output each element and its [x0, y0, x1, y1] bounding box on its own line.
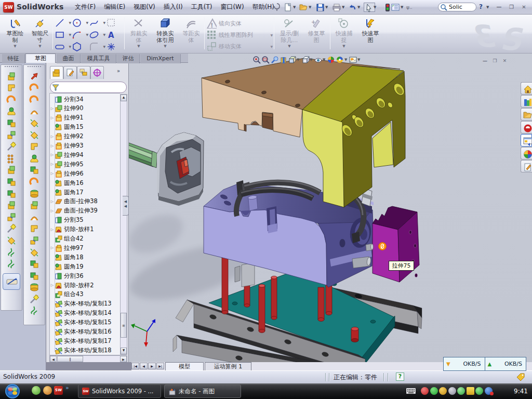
tray-update-icon[interactable]	[457, 387, 465, 395]
menu-4[interactable]: 工具(T)	[187, 0, 217, 14]
taskpane-document-properties-button[interactable]	[521, 160, 532, 172]
task-button-1[interactable]: SWSolidWorks 2009 - ...	[78, 384, 161, 398]
taskpane-home-button[interactable]	[521, 82, 532, 95]
tree-item[interactable]: 圆角15	[50, 123, 84, 132]
tree-item[interactable]: 实体-移动/复制17	[50, 336, 112, 345]
tree-expander[interactable]: ▷	[50, 135, 55, 139]
tree-expander[interactable]: ▷	[50, 144, 55, 148]
tray-security-green-icon[interactable]	[430, 387, 438, 395]
linear-sketch-pattern-button[interactable]: 线性草图阵列▼	[206, 29, 273, 41]
open-dropdown-icon[interactable]: ▼	[309, 3, 312, 12]
toolbar-icon-hole-wizard[interactable]	[6, 141, 17, 152]
tree-item[interactable]: 组合42	[50, 234, 84, 244]
toolbar-icon-curve-2[interactable]	[29, 305, 39, 316]
toolbar-icon-shell[interactable]	[6, 189, 17, 199]
tree-item[interactable]: 实体-移动/复制13	[50, 299, 112, 309]
tree-expander[interactable]: ▷	[50, 171, 55, 176]
tree-item[interactable]: ▷拉伸94	[50, 150, 84, 159]
scroll-up-button[interactable]: ▲	[121, 95, 127, 101]
menu-1[interactable]: 编辑(E)	[100, 0, 129, 14]
start-button[interactable]	[2, 383, 23, 399]
list-dropdown-icon[interactable]: ▼	[401, 3, 404, 12]
toolbar-icon-lofted-boss[interactable]	[6, 106, 17, 116]
toolbar-icon-undercut-analysis[interactable]	[29, 95, 39, 105]
dropdown-caret-icon[interactable]: ▼	[357, 56, 362, 64]
toolbar-icon-boundary-boss[interactable]	[6, 118, 17, 128]
toolbar-icon-move-face[interactable]	[29, 282, 39, 292]
close-button[interactable]: ✕	[520, 3, 528, 11]
scroll-right-button[interactable]: ▶	[120, 356, 127, 362]
tree-item[interactable]: ▷切除-放样1	[50, 225, 94, 234]
headsup-magnifying-glass-icon[interactable]	[270, 56, 279, 64]
quicklaunch-messenger-icon[interactable]	[32, 386, 41, 395]
tree-item[interactable]: 实体-移动/复制18	[50, 345, 112, 355]
tree-expander[interactable]: ▷	[50, 283, 55, 287]
tree-item[interactable]: 圆角17	[50, 188, 84, 197]
scroll-down-button[interactable]: ▼	[121, 348, 127, 354]
sketch-circle-button[interactable]: ▼	[72, 18, 88, 29]
tray-audio-icon[interactable]	[448, 387, 456, 395]
tree-expander[interactable]: ▷	[50, 200, 55, 204]
select-dropdown-icon[interactable]: ▼	[374, 3, 377, 12]
toolbar-icon-extruded-boss[interactable]	[6, 71, 17, 82]
status-help-icon[interactable]: ?	[396, 373, 404, 381]
tray-security-red-icon[interactable]	[421, 387, 429, 395]
doc-close-button[interactable]: ✕	[500, 58, 510, 65]
sketch-pick-button[interactable]	[106, 18, 123, 29]
headsup-section-view-icon[interactable]	[279, 56, 288, 64]
toolbar-icon-extruded-cut[interactable]	[6, 130, 17, 140]
dropdown-caret-icon[interactable]: ▼	[323, 56, 327, 64]
new-dropdown-icon[interactable]: ▼	[293, 3, 297, 12]
stop-pin[interactable]	[351, 327, 358, 342]
quicklaunch-chevron[interactable]: »	[65, 384, 69, 391]
tree-horizontal-scrollbar[interactable]: ◀ ∥ ▶	[49, 355, 127, 363]
toolbar-icon-revolved-boss[interactable]	[6, 83, 17, 93]
headsup-display-style-icon[interactable]	[301, 56, 310, 64]
sketch-ellipse-button[interactable]: ▼	[89, 30, 105, 41]
nav-first-button[interactable]: |◀	[131, 363, 139, 369]
taskpane-file-explorer-button[interactable]	[521, 108, 532, 121]
menu-3[interactable]: 插入(I)	[159, 0, 187, 14]
toolbar-icon-insert-mold-folders[interactable]	[29, 294, 39, 304]
tree-item[interactable]: 实体-移动/复制16	[50, 327, 112, 337]
toolbar-icon-ruled-surface[interactable]	[29, 177, 39, 187]
tray-shield-plus-icon[interactable]	[475, 387, 483, 395]
tab-feature-manager[interactable]	[50, 66, 63, 79]
toolbar-drag-handle[interactable]	[5, 66, 18, 70]
tree-item[interactable]: 实体-移动/复制14	[50, 309, 112, 318]
help-button[interactable]: ?	[479, 3, 485, 11]
dropdown-caret-icon[interactable]: ▼	[344, 56, 349, 64]
sketch-text-button[interactable]: A	[106, 30, 123, 41]
offset-entities-button[interactable]: 等距实体	[179, 16, 203, 52]
sketch-slot-button[interactable]: ▼	[55, 42, 71, 53]
tab-曲面[interactable]: 曲面	[57, 54, 81, 63]
taskpane-design-library-button[interactable]	[521, 95, 532, 108]
toolbar-icon-wrap[interactable]	[6, 200, 17, 210]
headsup-edit-appearance-icon[interactable]	[327, 56, 336, 64]
drag-handle-marker[interactable]	[379, 243, 387, 250]
tree-item[interactable]: ▷拉伸93	[50, 141, 84, 151]
sketch-button[interactable]: 草图绘制▼	[3, 16, 27, 52]
dropdown-caret-icon[interactable]: ▼	[310, 56, 314, 64]
tree-item[interactable]: 圆角19	[50, 262, 84, 271]
toolbar-icon-draft[interactable]	[6, 177, 17, 187]
panel-collapse-tab[interactable]: ◀◀	[123, 196, 129, 216]
save-icon[interactable]	[315, 3, 325, 12]
menu-5[interactable]: 窗口(W)	[216, 0, 248, 14]
toolbar-icon-knit-surface[interactable]	[29, 223, 39, 234]
toolbar-icon-parting-surfaces[interactable]	[29, 130, 39, 140]
panel-chevron-button[interactable]: »	[117, 68, 120, 74]
save-dropdown-icon[interactable]: ▼	[325, 3, 329, 12]
tree-expander[interactable]: ▷	[50, 209, 55, 213]
status-tag-icon[interactable]	[516, 373, 526, 381]
toolbar-icon-rib[interactable]	[6, 165, 17, 175]
tree-item[interactable]: ▷拉伸92	[50, 132, 84, 141]
toolbar-icon-reference-geometry[interactable]	[6, 247, 17, 258]
tree-item[interactable]: ▷拉伸96	[50, 169, 84, 178]
toolbar-icon-fillet-feature[interactable]	[6, 223, 17, 234]
taskpane-solidworks-resources-button[interactable]	[521, 121, 532, 134]
sketch-sketch-fillet-button[interactable]: ▼	[89, 42, 105, 53]
toolbar-icon-filled-surface[interactable]	[29, 235, 39, 246]
tab-property-manager[interactable]	[63, 66, 77, 79]
tree-expander[interactable]: ▷	[50, 228, 55, 232]
